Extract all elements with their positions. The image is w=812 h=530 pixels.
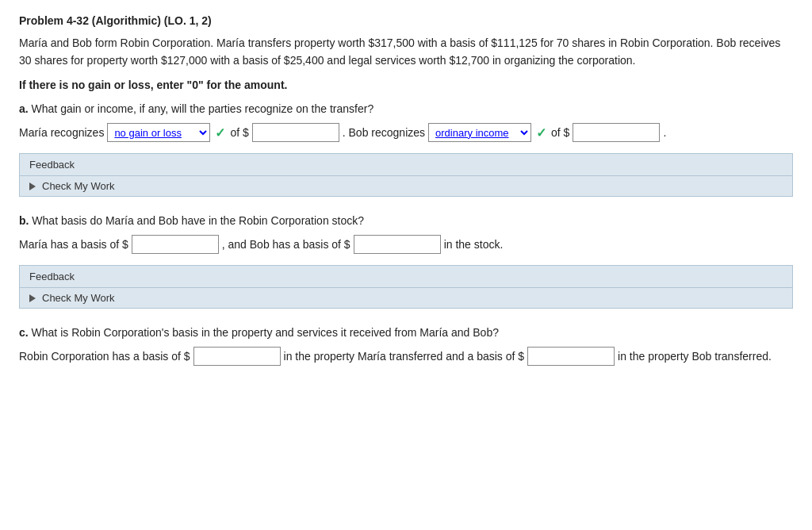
problem-description: María and Bob form Robin Corporation. Ma… — [19, 35, 793, 69]
part-a-check1-icon: ✓ — [215, 125, 225, 140]
part-b-middle: , and Bob has a basis of $ — [222, 238, 350, 251]
part-a-check-work-label: Check My Work — [42, 180, 115, 192]
part-a-check-my-work[interactable]: Check My Work — [20, 176, 792, 196]
part-a-label: a. — [19, 102, 29, 115]
part-a-check2-icon: ✓ — [536, 125, 546, 140]
part-a-dropdown1[interactable]: no gain or loss ordinary income capital … — [107, 123, 210, 142]
part-a-feedback-label: Feedback — [20, 154, 792, 176]
part-b-suffix: in the stock. — [444, 238, 504, 251]
part-b-section: b. What basis do María and Bob have in t… — [19, 214, 793, 309]
part-c-prefix1: Robin Corporation has a basis of $ — [19, 350, 190, 363]
part-a-feedback-box: Feedback Check My Work — [19, 153, 793, 197]
part-a-suffix: . — [663, 126, 666, 139]
part-b-answer-row: María has a basis of $ , and Bob has a b… — [19, 235, 793, 254]
part-b-feedback-label: Feedback — [20, 266, 792, 288]
part-a-answer-row: María recognizes no gain or loss ordinar… — [19, 123, 793, 142]
part-b-check-work-label: Check My Work — [42, 292, 115, 304]
part-c-input2[interactable] — [527, 347, 615, 366]
part-a-triangle-icon — [29, 182, 36, 190]
part-b-question: b. What basis do María and Bob have in t… — [19, 214, 793, 227]
part-c-label: c. — [19, 326, 29, 339]
part-c-question-body: What is Robin Corporation's basis in the… — [32, 326, 499, 339]
part-c-section: c. What is Robin Corporation's basis in … — [19, 326, 793, 366]
part-b-prefix1: María has a basis of $ — [19, 238, 128, 251]
problem-instruction: If there is no gain or loss, enter "0" f… — [19, 79, 793, 91]
part-b-check-my-work[interactable]: Check My Work — [20, 288, 792, 308]
part-b-question-body: What basis do María and Bob have in the … — [32, 214, 364, 227]
part-a-of1: of $ — [230, 126, 248, 139]
part-b-input2[interactable] — [354, 235, 441, 254]
part-a-section: a. What gain or income, if any, will the… — [19, 102, 793, 197]
part-c-input1[interactable] — [193, 347, 281, 366]
part-b-triangle-icon — [29, 294, 36, 302]
part-c-middle: in the property María transferred and a … — [284, 350, 525, 363]
part-a-input2[interactable] — [573, 123, 660, 142]
part-a-middle: . Bob recognizes — [343, 126, 425, 139]
problem-title: Problem 4-32 (Algorithmic) (LO. 1, 2) — [19, 14, 793, 27]
part-a-dropdown2[interactable]: no gain or loss ordinary income capital … — [428, 123, 531, 142]
part-c-answer-row: Robin Corporation has a basis of $ in th… — [19, 347, 793, 366]
part-a-input1[interactable] — [252, 123, 339, 142]
part-a-question: a. What gain or income, if any, will the… — [19, 102, 793, 115]
part-b-label: b. — [19, 214, 29, 227]
part-b-feedback-box: Feedback Check My Work — [19, 265, 793, 309]
part-c-suffix: in the property Bob transferred. — [618, 350, 772, 363]
part-b-input1[interactable] — [132, 235, 219, 254]
part-a-prefix1: María recognizes — [19, 126, 104, 139]
part-a-question-body: What gain or income, if any, will the pa… — [32, 102, 374, 115]
part-c-question: c. What is Robin Corporation's basis in … — [19, 326, 793, 339]
part-a-of2: of $ — [551, 126, 569, 139]
